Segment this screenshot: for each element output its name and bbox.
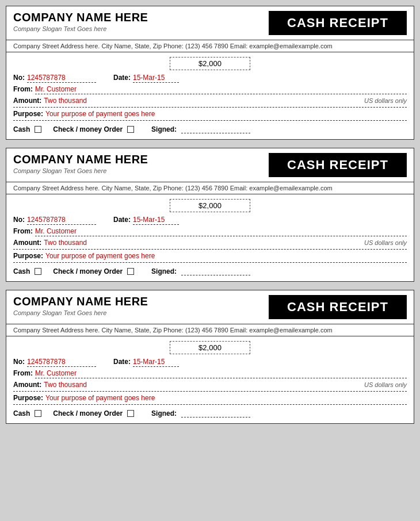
amount-label-3: Amount: (13, 381, 41, 389)
date-section-1: Date: 15-Mar-15 (113, 74, 179, 83)
from-label-1: From: (13, 85, 33, 93)
no-value-3: 1245787878 (27, 358, 96, 367)
amount-words-row-3: Amount: Two thousand US dollars only (13, 381, 407, 392)
signed-section-2: Signed: (151, 267, 250, 275)
date-value-3: 15-Mar-15 (133, 358, 179, 367)
check-item-1: Check / money Order (53, 125, 134, 133)
address-bar-1: Company Street Address here. City Name, … (6, 40, 414, 52)
receipt-header-1: COMPANY NAME HERE Company Slogan Text Go… (6, 6, 414, 40)
signed-label-1: Signed: (151, 125, 177, 133)
currency-3: US dollars only (364, 381, 407, 388)
amount-label-1: Amount: (13, 97, 41, 105)
no-value-1: 1245787878 (27, 74, 96, 83)
payment-row-2: Cash Check / money Order Signed: (13, 267, 407, 275)
check-label-2: Check / money Order (53, 267, 123, 275)
no-date-row-3: No: 1245787878 Date: 15-Mar-15 (13, 358, 407, 367)
date-value-1: 15-Mar-15 (133, 74, 179, 83)
check-checkbox-3[interactable] (127, 410, 134, 417)
purpose-value-3: Your purpose of payment goes here (45, 394, 407, 402)
no-label-2: No: (13, 216, 25, 224)
company-info-3: COMPANY NAME HERE Company Slogan Text Go… (13, 295, 269, 319)
from-value-2: Mr. Customer (35, 227, 407, 236)
cash-receipt-title-2: CASH RECEIPT (269, 153, 407, 177)
receipt-header-3: COMPANY NAME HERE Company Slogan Text Go… (6, 290, 414, 324)
from-row-1: From: Mr. Customer (13, 85, 407, 94)
signed-section-3: Signed: (151, 409, 250, 417)
signed-line-3 (181, 409, 250, 417)
purpose-row-3: Purpose: Your purpose of payment goes he… (13, 394, 407, 405)
check-label-3: Check / money Order (53, 409, 123, 417)
currency-1: US dollars only (364, 97, 407, 104)
check-checkbox-1[interactable] (127, 126, 134, 133)
receipt-header-2: COMPANY NAME HERE Company Slogan Text Go… (6, 148, 414, 182)
from-value-3: Mr. Customer (35, 369, 407, 378)
amount-label-2: Amount: (13, 239, 41, 247)
company-info-1: COMPANY NAME HERE Company Slogan Text Go… (13, 11, 269, 35)
no-label-1: No: (13, 74, 25, 82)
cash-item-1: Cash (13, 125, 41, 133)
cash-checkbox-2[interactable] (35, 268, 41, 275)
amount-row-3: $2,000 (13, 341, 407, 354)
no-date-row-2: No: 1245787878 Date: 15-Mar-15 (13, 216, 407, 225)
company-name-3: COMPANY NAME HERE (13, 295, 269, 308)
from-label-2: From: (13, 227, 33, 235)
from-value-1: Mr. Customer (35, 85, 407, 94)
amount-box-2: $2,000 (170, 199, 250, 212)
receipt-body-2: $2,000 No: 1245787878 Date: 15-Mar-15 Fr… (6, 194, 414, 281)
purpose-value-2: Your purpose of payment goes here (45, 252, 407, 260)
date-label-1: Date: (113, 74, 131, 82)
amount-words-value-3: Two thousand (44, 381, 358, 389)
cash-label-3: Cash (13, 409, 30, 417)
receipt-card-2: COMPANY NAME HERE Company Slogan Text Go… (6, 148, 414, 282)
company-slogan-2: Company Slogan Text Goes here (13, 167, 269, 174)
company-name-1: COMPANY NAME HERE (13, 11, 269, 24)
amount-words-value-1: Two thousand (44, 97, 358, 105)
purpose-value-1: Your purpose of payment goes here (45, 110, 407, 118)
date-value-2: 15-Mar-15 (133, 216, 179, 225)
cash-receipt-title-3: CASH RECEIPT (269, 295, 407, 319)
receipt-body-1: $2,000 No: 1245787878 Date: 15-Mar-15 Fr… (6, 52, 414, 139)
no-label-3: No: (13, 358, 25, 366)
company-name-2: COMPANY NAME HERE (13, 153, 269, 166)
no-value-2: 1245787878 (27, 216, 96, 225)
purpose-label-3: Purpose: (13, 394, 43, 402)
from-label-3: From: (13, 369, 33, 377)
cash-checkbox-1[interactable] (35, 126, 41, 133)
cash-receipt-title-1: CASH RECEIPT (269, 11, 407, 35)
signed-line-1 (181, 125, 250, 133)
date-label-3: Date: (113, 358, 131, 366)
from-row-3: From: Mr. Customer (13, 369, 407, 378)
payment-row-3: Cash Check / money Order Signed: (13, 409, 407, 417)
currency-2: US dollars only (364, 239, 407, 246)
address-bar-3: Company Street Address here. City Name, … (6, 324, 414, 336)
address-bar-2: Company Street Address here. City Name, … (6, 182, 414, 194)
check-label-1: Check / money Order (53, 125, 123, 133)
purpose-row-1: Purpose: Your purpose of payment goes he… (13, 110, 407, 121)
receipt-card-1: COMPANY NAME HERE Company Slogan Text Go… (6, 6, 414, 140)
amount-words-row-2: Amount: Two thousand US dollars only (13, 239, 407, 250)
signed-label-2: Signed: (151, 267, 177, 275)
payment-row-1: Cash Check / money Order Signed: (13, 125, 407, 133)
check-checkbox-2[interactable] (127, 268, 134, 275)
cash-item-3: Cash (13, 409, 41, 417)
cash-label-2: Cash (13, 267, 30, 275)
amount-box-1: $2,000 (170, 57, 250, 70)
date-section-3: Date: 15-Mar-15 (113, 358, 179, 367)
signed-section-1: Signed: (151, 125, 250, 133)
purpose-label-1: Purpose: (13, 110, 43, 118)
cash-checkbox-3[interactable] (35, 410, 41, 417)
amount-words-row-1: Amount: Two thousand US dollars only (13, 97, 407, 108)
company-info-2: COMPANY NAME HERE Company Slogan Text Go… (13, 153, 269, 177)
amount-row-2: $2,000 (13, 199, 407, 212)
company-slogan-3: Company Slogan Text Goes here (13, 309, 269, 316)
signed-label-3: Signed: (151, 409, 177, 417)
purpose-row-2: Purpose: Your purpose of payment goes he… (13, 252, 407, 263)
cash-label-1: Cash (13, 125, 30, 133)
no-date-row-1: No: 1245787878 Date: 15-Mar-15 (13, 74, 407, 83)
company-slogan-1: Company Slogan Text Goes here (13, 25, 269, 32)
date-section-2: Date: 15-Mar-15 (113, 216, 179, 225)
from-row-2: From: Mr. Customer (13, 227, 407, 236)
receipt-body-3: $2,000 No: 1245787878 Date: 15-Mar-15 Fr… (6, 336, 414, 423)
cash-item-2: Cash (13, 267, 41, 275)
signed-line-2 (181, 267, 250, 275)
